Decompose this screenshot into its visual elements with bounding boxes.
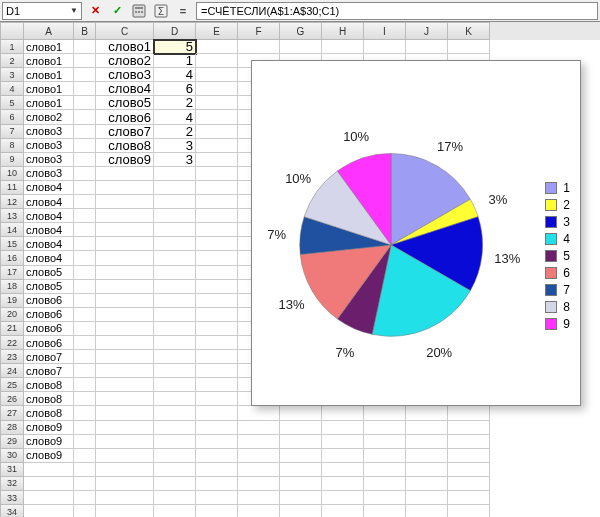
cell[interactable] — [196, 435, 238, 449]
cell[interactable] — [238, 406, 280, 420]
cell[interactable] — [154, 392, 196, 406]
cell[interactable] — [406, 421, 448, 435]
cell[interactable] — [196, 294, 238, 308]
cell[interactable] — [280, 491, 322, 505]
cell[interactable] — [74, 82, 96, 96]
cell[interactable] — [196, 336, 238, 350]
cell[interactable] — [96, 491, 154, 505]
cell[interactable] — [448, 435, 490, 449]
column-header[interactable]: B — [74, 22, 96, 40]
cell[interactable] — [74, 223, 96, 237]
cell[interactable] — [196, 223, 238, 237]
column-header[interactable]: E — [196, 22, 238, 40]
cell[interactable] — [154, 350, 196, 364]
cell[interactable] — [196, 251, 238, 265]
cancel-icon[interactable]: ✕ — [86, 2, 104, 20]
row-header[interactable]: 26 — [0, 392, 24, 406]
row-header[interactable]: 14 — [0, 223, 24, 237]
cell[interactable] — [74, 195, 96, 209]
row-header[interactable]: 6 — [0, 110, 24, 124]
cell[interactable] — [364, 406, 406, 420]
cell[interactable] — [96, 294, 154, 308]
row-header[interactable]: 17 — [0, 266, 24, 280]
cell[interactable] — [196, 406, 238, 420]
cell[interactable] — [322, 505, 364, 517]
cell[interactable] — [74, 364, 96, 378]
calculator-icon[interactable] — [130, 2, 148, 20]
cell[interactable] — [322, 421, 364, 435]
cell[interactable] — [74, 463, 96, 477]
cell[interactable] — [74, 505, 96, 517]
cell[interactable]: 4 — [154, 110, 196, 124]
cell[interactable] — [196, 110, 238, 124]
row-header[interactable]: 29 — [0, 435, 24, 449]
cell[interactable] — [74, 336, 96, 350]
cell[interactable] — [154, 195, 196, 209]
cell[interactable] — [74, 392, 96, 406]
cell[interactable] — [154, 266, 196, 280]
cell[interactable] — [154, 449, 196, 463]
cell[interactable] — [154, 364, 196, 378]
row-header[interactable]: 32 — [0, 477, 24, 491]
cell[interactable] — [196, 153, 238, 167]
equals-icon[interactable]: = — [174, 2, 192, 20]
cell[interactable] — [406, 406, 448, 420]
cell[interactable]: слово3 — [24, 167, 74, 181]
formula-input[interactable]: =СЧЁТЕСЛИ(A$1:A$30;C1) — [196, 2, 598, 20]
cell[interactable]: слово9 — [96, 153, 154, 167]
cell[interactable]: слово4 — [24, 209, 74, 223]
row-header[interactable]: 23 — [0, 350, 24, 364]
row-header[interactable]: 22 — [0, 336, 24, 350]
cell[interactable]: слово4 — [24, 251, 74, 265]
row-header[interactable]: 21 — [0, 322, 24, 336]
row-header[interactable]: 10 — [0, 167, 24, 181]
cell[interactable] — [74, 139, 96, 153]
cell[interactable] — [238, 463, 280, 477]
row-header[interactable]: 8 — [0, 139, 24, 153]
cell[interactable] — [96, 195, 154, 209]
row-header[interactable]: 28 — [0, 421, 24, 435]
cell[interactable] — [96, 336, 154, 350]
column-header[interactable]: C — [96, 22, 154, 40]
cell[interactable] — [154, 406, 196, 420]
cell[interactable]: слово5 — [96, 96, 154, 110]
cell[interactable] — [280, 406, 322, 420]
column-header[interactable]: I — [364, 22, 406, 40]
cell[interactable] — [154, 505, 196, 517]
row-header[interactable]: 11 — [0, 181, 24, 195]
cell[interactable]: слово1 — [24, 54, 74, 68]
row-header[interactable]: 34 — [0, 505, 24, 517]
cell[interactable] — [74, 251, 96, 265]
cell[interactable] — [196, 167, 238, 181]
cell[interactable] — [154, 435, 196, 449]
row-header[interactable]: 13 — [0, 209, 24, 223]
cell[interactable] — [322, 406, 364, 420]
cell[interactable] — [238, 40, 280, 54]
cell[interactable] — [238, 449, 280, 463]
cell[interactable] — [74, 181, 96, 195]
cell[interactable] — [74, 54, 96, 68]
cell[interactable] — [74, 209, 96, 223]
cell[interactable] — [24, 463, 74, 477]
select-all-corner[interactable] — [0, 22, 24, 40]
cell[interactable] — [96, 308, 154, 322]
cell[interactable] — [74, 153, 96, 167]
cell[interactable] — [196, 392, 238, 406]
cell[interactable] — [322, 435, 364, 449]
cell[interactable] — [280, 421, 322, 435]
cell[interactable] — [154, 477, 196, 491]
cell[interactable]: слово9 — [24, 435, 74, 449]
cell[interactable] — [74, 322, 96, 336]
row-header[interactable]: 2 — [0, 54, 24, 68]
cell[interactable] — [364, 435, 406, 449]
column-header[interactable]: G — [280, 22, 322, 40]
cell[interactable] — [406, 491, 448, 505]
cell[interactable] — [154, 280, 196, 294]
cell[interactable] — [96, 435, 154, 449]
cell[interactable] — [154, 322, 196, 336]
cell[interactable] — [154, 237, 196, 251]
cell[interactable]: слово2 — [96, 54, 154, 68]
cell[interactable] — [154, 181, 196, 195]
cell[interactable] — [74, 350, 96, 364]
cell[interactable]: слово3 — [24, 125, 74, 139]
